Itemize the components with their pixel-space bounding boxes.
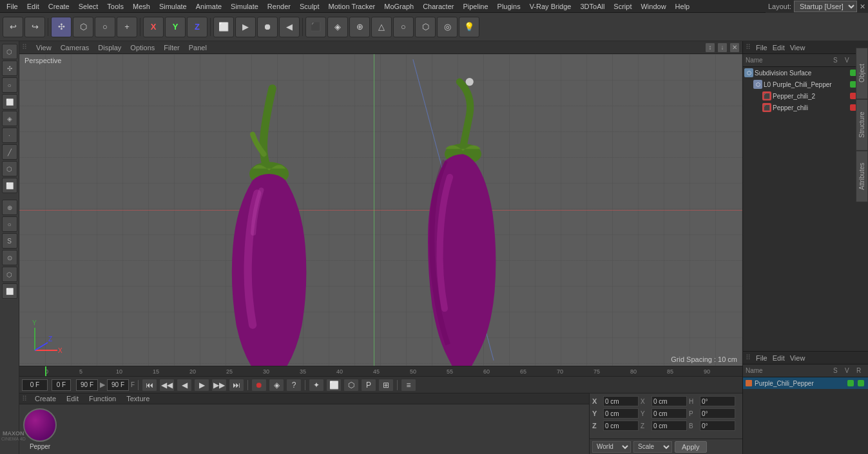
play-reverse-button[interactable]: ◀ <box>177 379 192 392</box>
uv-mode-button[interactable]: ⬜ <box>2 178 17 193</box>
scale-dropdown[interactable]: Scale Size <box>633 441 672 453</box>
z-axis-button[interactable]: Z <box>187 17 207 37</box>
universal-tool-button[interactable]: + <box>117 17 137 37</box>
obj-edit[interactable]: Edit <box>773 44 785 52</box>
tab-texture[interactable]: Texture <box>124 395 152 402</box>
motion-clip-button[interactable]: ✦ <box>309 379 324 392</box>
paint-button[interactable]: ⬡ <box>2 267 17 282</box>
tab-filter[interactable]: Filter <box>161 44 182 52</box>
render-region-button[interactable]: ⏺ <box>257 17 278 37</box>
y-pos-input[interactable] <box>603 408 639 419</box>
param-button[interactable]: P <box>361 379 376 392</box>
tab-view[interactable]: View <box>34 44 54 52</box>
box-tool-button[interactable]: ⬜ <box>213 17 234 37</box>
y-size-input[interactable] <box>651 408 687 419</box>
tab-function[interactable]: Function <box>86 395 119 402</box>
menu-tools[interactable]: Tools <box>103 0 128 13</box>
sphere-button[interactable]: ◈ <box>327 17 348 37</box>
move-mode-button[interactable]: ✣ <box>2 61 17 76</box>
keyframe-button[interactable]: ◈ <box>269 379 284 392</box>
schematic-button[interactable]: ≡ <box>401 379 416 392</box>
menu-mesh[interactable]: Mesh <box>129 0 154 13</box>
rotate-mode-button[interactable]: ○ <box>2 77 17 93</box>
menu-window[interactable]: Window <box>637 0 670 13</box>
tab-display[interactable]: Display <box>95 44 124 52</box>
attr-edit[interactable]: Edit <box>773 354 785 362</box>
x-size-input[interactable] <box>651 396 687 406</box>
vp-btn-2[interactable]: ↓ <box>717 43 728 53</box>
redo-button[interactable]: ↪ <box>24 17 45 37</box>
attr-file[interactable]: File <box>756 354 767 362</box>
menu-script[interactable]: Script <box>610 0 635 13</box>
frame-current-field[interactable] <box>52 379 71 391</box>
viewport[interactable]: Perspective Grid Spacing : 10 cm <box>19 54 742 366</box>
obj-file[interactable]: File <box>756 44 767 52</box>
menu-plugins[interactable]: Plugins <box>494 0 525 13</box>
goto-start-button[interactable]: ⏮ <box>142 379 157 392</box>
vp-btn-1[interactable]: ↕ <box>705 43 715 53</box>
menu-help[interactable]: Help <box>671 0 694 13</box>
menu-pipeline[interactable]: Pipeline <box>459 0 492 13</box>
attr-view[interactable]: View <box>790 354 805 362</box>
timeline-btn[interactable]: ⊞ <box>378 379 394 392</box>
torus-button[interactable]: ○ <box>393 17 414 37</box>
y-axis-button[interactable]: Y <box>165 17 186 37</box>
menu-mograph[interactable]: MoGraph <box>380 0 418 13</box>
layout-dropdown[interactable]: Startup [User] <box>794 1 857 12</box>
close-icon[interactable]: ✕ <box>860 3 865 11</box>
vp-btn-3[interactable]: ✕ <box>729 43 740 53</box>
fps-field[interactable] <box>76 379 98 391</box>
menu-file[interactable]: File <box>3 0 22 13</box>
soft-select-button[interactable]: ○ <box>2 216 17 232</box>
z-size-input[interactable] <box>651 421 687 431</box>
play-button[interactable]: ▶ <box>194 379 209 392</box>
menu-simulate[interactable]: Simulate <box>155 0 191 13</box>
tab-cameras[interactable]: Cameras <box>58 44 92 52</box>
attr-row-purple-pepper[interactable]: Purple_Chili_Pepper <box>743 377 868 389</box>
select-mode-button[interactable]: ⬡ <box>2 44 17 59</box>
menu-character[interactable]: Character <box>419 0 458 13</box>
record-button[interactable]: ⏺ <box>251 379 267 392</box>
cylinder-button[interactable]: ⊕ <box>349 17 370 37</box>
apply-button[interactable]: Apply <box>675 441 707 453</box>
obj-row-pepper-group[interactable]: ⬡ L0 Purple_Chili_Pepper <box>743 79 868 90</box>
side-tab-attributes[interactable]: Attributes <box>856 151 868 202</box>
cone-button[interactable]: △ <box>371 17 392 37</box>
menu-vray-bridge[interactable]: V-Ray Bridge <box>526 0 575 13</box>
menu-sculpt[interactable]: Sculpt <box>296 0 323 13</box>
menu-animate[interactable]: Animate <box>192 0 226 13</box>
undo-button[interactable]: ↩ <box>3 17 23 37</box>
side-tab-object[interactable]: Object <box>856 48 868 99</box>
menu-motion-tracker[interactable]: Motion Tracker <box>325 0 380 13</box>
prev-frame-button[interactable]: ◀◀ <box>159 379 175 392</box>
poly-mode-button[interactable]: ⬡ <box>2 161 17 176</box>
h-input[interactable] <box>700 396 735 406</box>
p-input[interactable] <box>700 408 735 419</box>
side-tab-structure[interactable]: Structure <box>856 99 868 151</box>
b-input[interactable] <box>700 421 735 431</box>
x-pos-input[interactable] <box>603 396 639 406</box>
obj-row-subdivision[interactable]: ⬡ Subdivision Surface <box>743 67 868 79</box>
tab-options[interactable]: Options <box>128 44 157 52</box>
frame-start-field[interactable] <box>22 379 48 391</box>
rotate-tool-button[interactable]: ○ <box>95 17 115 37</box>
goto-end-button[interactable]: ⏭ <box>229 379 244 392</box>
texture-button[interactable]: ⬜ <box>2 283 17 299</box>
brush-button[interactable]: ⊙ <box>2 250 17 265</box>
menu-edit[interactable]: Edit <box>23 0 43 13</box>
material-swatch[interactable] <box>23 408 57 442</box>
scale-mode-button[interactable]: ⬜ <box>2 94 17 109</box>
obj-row-pepper1[interactable]: ⬛ Pepper_chili <box>743 102 868 113</box>
points-mode-button[interactable]: · <box>2 128 17 143</box>
cube-button[interactable]: ⬛ <box>305 17 326 37</box>
tab-edit[interactable]: Edit <box>64 395 81 402</box>
x-axis-button[interactable]: X <box>143 17 164 37</box>
object-mode-button[interactable]: ◈ <box>2 111 17 126</box>
fps2-field[interactable] <box>107 379 129 391</box>
edges-mode-button[interactable]: ╱ <box>2 144 17 160</box>
world-dropdown[interactable]: World Object <box>592 441 631 453</box>
menu-3dtoall[interactable]: 3DToAll <box>576 0 608 13</box>
z-pos-input[interactable] <box>603 421 639 431</box>
next-frame-button[interactable]: ▶▶ <box>211 379 227 392</box>
light-button[interactable]: 💡 <box>459 17 479 37</box>
